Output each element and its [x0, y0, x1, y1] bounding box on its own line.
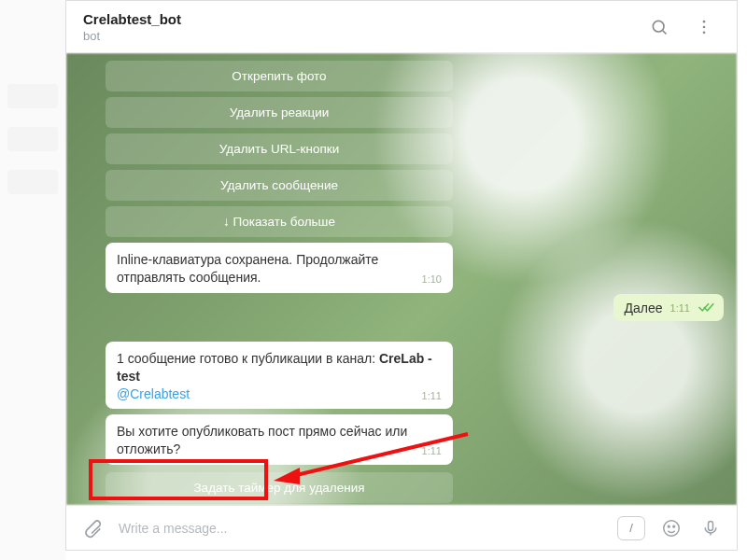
message-time: 1:11: [422, 389, 442, 403]
message-text: 1 сообщение готово к публикации в канал:…: [117, 351, 432, 384]
bot-message-ready: 1 сообщение готово к публикации в канал:…: [106, 342, 453, 410]
svg-point-2: [703, 20, 706, 22]
read-checks-icon: [698, 301, 714, 315]
chat-title[interactable]: Crelabtest_bot: [83, 11, 630, 27]
attach-icon[interactable]: [79, 515, 106, 541]
kb-delete-url-buttons[interactable]: Удалить URL-кнопки: [106, 133, 453, 164]
bot-command-icon[interactable]: /: [617, 516, 645, 540]
sidebar-ghost: [0, 0, 65, 560]
svg-point-0: [653, 21, 664, 32]
outgoing-message: Далее 1:11: [613, 294, 724, 321]
chat-window: Crelabtest_bot bot Открепить фото Удалит…: [65, 0, 738, 551]
message-text: Inline-клавиатура сохранена. Продолжайте…: [117, 252, 378, 285]
svg-point-8: [668, 525, 669, 527]
kb-unpin-photo[interactable]: Открепить фото: [106, 61, 453, 91]
svg-rect-10: [709, 521, 713, 530]
bot-message-saved: Inline-клавиатура сохранена. Продолжайте…: [106, 243, 453, 293]
kb-delete-reactions[interactable]: Удалить реакции: [106, 97, 453, 128]
message-time: 1:10: [422, 273, 442, 287]
search-icon[interactable]: [643, 11, 675, 43]
svg-point-4: [703, 31, 706, 34]
message-time: 1:11: [670, 302, 690, 314]
message-time: 1:11: [422, 444, 442, 458]
svg-point-3: [703, 25, 706, 28]
chat-area: Открепить фото Удалить реакции Удалить U…: [66, 53, 737, 505]
inline-keyboard-top: Открепить фото Удалить реакции Удалить U…: [106, 61, 453, 237]
inline-keyboard-bottom: Задать таймер для удаления Опубликовать …: [106, 472, 453, 505]
chat-subtitle: bot: [83, 29, 630, 43]
message-text: Вы хотите опубликовать пост прямо сейчас…: [117, 424, 407, 456]
svg-line-1: [663, 30, 667, 34]
bot-message-prompt: Вы хотите опубликовать пост прямо сейчас…: [106, 414, 453, 465]
svg-point-9: [673, 525, 675, 527]
chat-header: Crelabtest_bot bot: [66, 1, 737, 53]
more-icon[interactable]: [688, 11, 720, 43]
emoji-icon[interactable]: [658, 515, 684, 541]
kb-delete-message[interactable]: Удалить сообщение: [106, 170, 453, 201]
message-text: Далее: [625, 301, 663, 315]
channel-handle-link[interactable]: @Crelabtest: [117, 386, 190, 401]
message-composer: /: [66, 505, 737, 550]
svg-point-7: [664, 520, 680, 536]
kb-set-timer[interactable]: Задать таймер для удаления: [106, 472, 453, 503]
kb-show-more[interactable]: ↓ Показать больше: [106, 206, 453, 237]
voice-icon[interactable]: [698, 515, 724, 541]
message-input[interactable]: [119, 521, 604, 536]
